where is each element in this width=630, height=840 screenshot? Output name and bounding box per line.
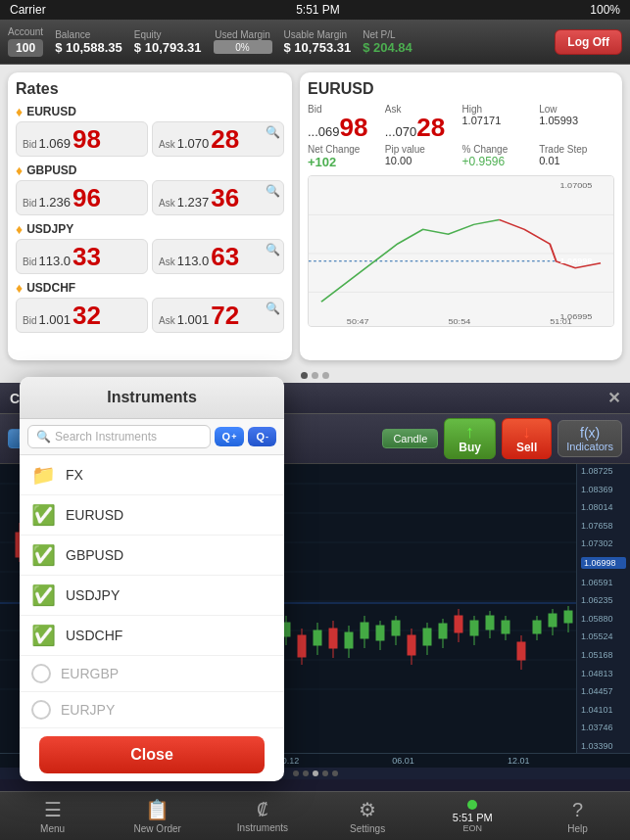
net-change-label: Net Change: [308, 144, 383, 155]
indicators-button[interactable]: f(x) Indicators: [557, 420, 622, 457]
svg-rect-84: [486, 616, 494, 630]
modal-search-row: 🔍 Search Instruments Q + Q -: [20, 419, 284, 455]
trade-buttons: ↑ Buy ↓ Sell f(x) Indicators: [444, 418, 622, 459]
svg-text:51:01: 51:01: [550, 318, 572, 326]
equity-label: Equity: [134, 29, 202, 40]
eurusd-bid-box[interactable]: Bid 1.069 98: [16, 121, 148, 157]
usdjpy-bid-box[interactable]: Bid 113.0 33: [16, 239, 148, 274]
eurusd-symbol: EURUSD: [26, 105, 76, 118]
trade-step-value: 0.01: [539, 155, 614, 166]
list-item-fx[interactable]: 📁 FX: [20, 455, 284, 495]
tab-instruments[interactable]: ₡ Instruments: [210, 792, 315, 840]
check-icon-usdjpy: ✅: [31, 583, 56, 607]
mini-chart: 1.07005 1.06998 1.06995 50:47 50:54 51:0…: [308, 175, 614, 327]
tab-time-section: 5:51 PM EON: [420, 800, 525, 833]
price-6: 1.06591: [581, 578, 626, 587]
log-off-button[interactable]: Log Off: [555, 29, 622, 55]
eurusd-ask-prefix: 1.070: [177, 136, 210, 151]
tab-menu[interactable]: ☰ Menu: [0, 792, 105, 840]
net-change-col: Net Change +102: [308, 144, 383, 169]
sell-button[interactable]: ↓ Sell: [502, 418, 552, 459]
usdjpy-magnify-icon[interactable]: 🔍: [266, 243, 280, 257]
usdchf-magnify-icon[interactable]: 🔍: [266, 302, 280, 315]
candle-button[interactable]: Candle: [382, 429, 438, 448]
ask-main-value: 28: [416, 115, 445, 140]
instruments-modal: Instruments 🔍 Search Instruments Q + Q -…: [20, 377, 284, 781]
instruments-icon: ₡: [257, 799, 267, 820]
search-placeholder: Search Instruments: [55, 430, 157, 443]
dot-2: [312, 372, 318, 379]
price-13: 1.04101: [581, 705, 626, 715]
eurusd-bid-label: Bid: [23, 139, 36, 150]
list-item-usdchf[interactable]: ✅ USDCHF: [20, 616, 284, 656]
main-content: Rates ♦ EURUSD Bid 1.069 98 Ask: [0, 65, 630, 368]
chart-close-button[interactable]: ✕: [607, 389, 620, 407]
gbpusd-symbol: GBPUSD: [26, 163, 76, 177]
usdjpy-symbol: USDJPY: [26, 222, 73, 236]
ask-col: Ask ...070 28: [385, 104, 460, 140]
usdjpy-ask-box[interactable]: Ask 113.0 63 🔍: [152, 239, 284, 274]
net-pl-label: Net P/L: [363, 29, 412, 40]
add-instrument-button[interactable]: Q +: [215, 427, 245, 446]
remove-instrument-button[interactable]: Q -: [248, 427, 276, 446]
list-item-eurjpy[interactable]: EURJPY: [20, 692, 284, 728]
price-highlight: 1.06998: [581, 557, 626, 569]
net-pl-section: Net P/L $ 204.84: [363, 29, 412, 55]
search-input[interactable]: 🔍 Search Instruments: [27, 425, 211, 448]
remove-minus-icon: -: [266, 432, 268, 442]
settings-icon: ⚙: [359, 798, 376, 821]
chart-dot-3: [313, 770, 318, 776]
trade-step-col: Trade Step 0.01: [539, 144, 614, 169]
price-15: 1.03390: [581, 741, 626, 751]
eurusd-bid-prefix: 1.069: [38, 136, 71, 151]
svg-rect-48: [517, 642, 525, 660]
tab-new-order[interactable]: 📋 New Order: [105, 792, 210, 840]
gbpusd-ask-box[interactable]: Ask 1.237 36 🔍: [152, 180, 284, 215]
eurusd-magnify-icon[interactable]: 🔍: [266, 125, 280, 139]
balance-label: Balance: [55, 29, 122, 40]
svg-rect-78: [423, 629, 431, 645]
list-item-usdjpy[interactable]: ✅ USDJPY: [20, 576, 284, 616]
eurusd-ask-box[interactable]: Ask 1.070 28 🔍: [152, 121, 284, 157]
usdchf-ask-box[interactable]: Ask 1.001 72 🔍: [152, 298, 284, 333]
svg-rect-46: [455, 616, 462, 632]
folder-icon: 📁: [31, 463, 56, 487]
svg-text:50:54: 50:54: [449, 318, 471, 326]
circle-icon-eurgbp: [31, 664, 51, 683]
check-icon-eurusd: ✅: [31, 503, 56, 527]
svg-rect-86: [502, 621, 509, 633]
tab-settings[interactable]: ⚙ Settings: [315, 792, 420, 840]
search-icon: 🔍: [36, 430, 51, 443]
add-instrument-label: Q: [222, 431, 231, 443]
usdchf-bid-box[interactable]: Bid 1.001 32: [16, 298, 148, 333]
tab-help[interactable]: ? Help: [525, 792, 630, 840]
high-value: 1.07171: [462, 115, 538, 126]
modal-close-button[interactable]: Close: [39, 736, 265, 773]
svg-rect-80: [439, 624, 447, 638]
used-margin-bar: 0%: [214, 40, 272, 54]
rate-item-usdjpy: ♦ USDJPY Bid 113.0 33 Ask 113.0 63: [16, 221, 284, 274]
pip-value-label: Pip value: [385, 144, 460, 155]
svg-rect-70: [345, 632, 353, 648]
gbpusd-magnify-icon[interactable]: 🔍: [266, 184, 280, 198]
buy-button[interactable]: ↑ Buy: [444, 418, 496, 459]
balance-value: $ 10,588.35: [55, 40, 122, 55]
diamond-icon-eurusd: ♦: [16, 104, 23, 119]
list-item-eurusd[interactable]: ✅ EURUSD: [20, 495, 284, 536]
svg-rect-74: [376, 626, 384, 640]
gbpusd-inst-label: GBPUSD: [66, 547, 123, 563]
ask-prefix: ...070: [385, 124, 417, 139]
diamond-icon-usdjpy: ♦: [16, 221, 23, 237]
remove-instrument-label: Q: [256, 431, 265, 443]
list-item-gbpusd[interactable]: ✅ GBPUSD: [20, 536, 284, 576]
buy-arrow-icon: ↑: [465, 423, 474, 441]
list-item-eurgbp[interactable]: EURGBP: [20, 656, 284, 692]
dot-1: [301, 372, 308, 379]
svg-text:1.06998: 1.06998: [560, 257, 593, 265]
svg-rect-82: [470, 621, 478, 635]
eurusd-ask-main: 28: [211, 126, 239, 152]
svg-rect-0: [309, 176, 613, 326]
price-7: 1.06235: [581, 595, 626, 605]
gbpusd-bid-box[interactable]: Bid 1.236 96: [16, 180, 148, 215]
price-9: 1.05524: [581, 631, 626, 641]
